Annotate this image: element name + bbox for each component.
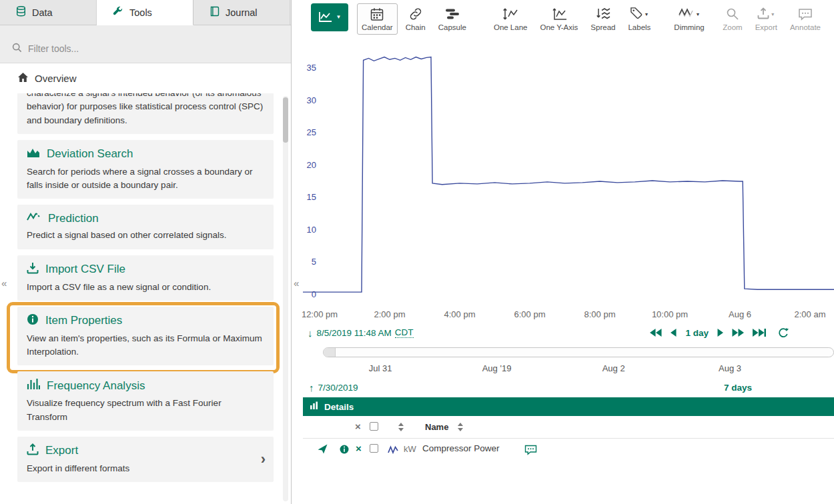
spread-label: Spread — [590, 23, 615, 31]
one-lane-label: One Lane — [494, 23, 528, 31]
scrollbar-thumb[interactable] — [283, 97, 288, 143]
export-label: Export — [755, 23, 777, 31]
frequency-analysis-icon — [27, 378, 40, 393]
filter-tools-input[interactable] — [28, 43, 228, 54]
tab-tools-label: Tools — [129, 7, 152, 18]
sidebar-tabs: Data Tools Journal — [0, 0, 291, 25]
display-range-start[interactable]: 8/5/2019 11:48 AM — [317, 328, 392, 338]
dimming-label: Dimming — [674, 23, 704, 31]
x-axis-tick: 6:00 pm — [514, 309, 546, 319]
collapse-left-panel-icon[interactable]: « — [1, 277, 7, 289]
tab-data[interactable]: Data — [0, 0, 97, 25]
skip-to-end-button[interactable] — [753, 329, 766, 337]
tool-card-import-csv[interactable]: Import CSV File Import a CSV file as a n… — [17, 255, 274, 301]
export-tool-icon — [27, 443, 39, 459]
fast-backward-button[interactable] — [650, 329, 662, 337]
range-scrollbar-handle[interactable] — [324, 348, 336, 357]
overview-link[interactable]: Overview — [0, 63, 291, 93]
chevron-down-icon: ▼ — [336, 15, 342, 20]
trend-toolbar: ▼ Calendar Chain Capsule One Lane One Y-… — [303, 0, 834, 38]
display-range-row: ↓ 8/5/2019 11:48 AM CDT 1 day — [303, 323, 834, 343]
chevron-right-icon: › — [261, 452, 266, 467]
home-icon — [17, 72, 29, 85]
y-axis-tick: 30 — [307, 95, 316, 105]
tool-card-item-properties[interactable]: Item Properties View an item's propertie… — [17, 307, 274, 366]
details-table-header: × Name — [303, 416, 834, 439]
labels-button[interactable]: ▼ Labels — [623, 3, 655, 35]
remove-all-icon[interactable]: × — [355, 421, 361, 431]
tool-description: characterize a signal's intended behavio… — [27, 93, 264, 127]
timezone-link[interactable]: CDT — [395, 327, 414, 338]
one-lane-button[interactable]: One Lane — [489, 3, 532, 35]
spread-button[interactable]: Spread — [586, 3, 620, 35]
tool-card-deviation-search[interactable]: Deviation Search Search for periods wher… — [17, 140, 274, 199]
trend-panel: ▼ Calendar Chain Capsule One Lane One Y-… — [303, 0, 834, 504]
sort-icon[interactable] — [398, 423, 404, 433]
filter-row — [0, 25, 291, 63]
one-y-axis-button[interactable]: One Y-Axis — [535, 3, 582, 35]
tool-card-frequency-analysis[interactable]: Frequency Analysis Visualize frequency s… — [17, 371, 274, 431]
refresh-icon[interactable] — [778, 328, 789, 338]
trend-arrow-icon[interactable] — [318, 444, 328, 456]
chain-button[interactable]: Chain — [401, 3, 430, 35]
tab-tools[interactable]: Tools — [97, 0, 193, 25]
sort-icon[interactable] — [458, 423, 463, 433]
signal-line-chart[interactable]: 05101520253035 — [303, 38, 834, 307]
item-properties-icon — [27, 313, 39, 329]
export-button[interactable]: ▼ Export — [751, 3, 782, 35]
annotation-bubble-icon[interactable] — [524, 445, 537, 457]
chevron-down-icon: ▼ — [696, 12, 701, 17]
tool-card-boundaries[interactable]: characterize a signal's intended behavio… — [17, 93, 274, 134]
name-column-header[interactable]: Name — [425, 422, 448, 432]
tab-journal[interactable]: Journal — [193, 0, 290, 25]
step-backward-button[interactable] — [671, 329, 677, 337]
step-size-label[interactable]: 1 day — [685, 328, 709, 338]
range-scrollbar-row — [303, 343, 834, 361]
calendar-button[interactable]: Calendar — [357, 3, 398, 35]
remove-item-icon[interactable]: × — [356, 443, 362, 453]
signal-name[interactable]: Compressor Power — [422, 443, 500, 453]
fast-forward-button[interactable] — [732, 329, 744, 337]
one-y-axis-label: One Y-Axis — [540, 23, 578, 31]
one-y-axis-icon — [551, 7, 567, 21]
x-axis-tick: 8:00 pm — [584, 309, 616, 319]
tool-list-scrollbar[interactable] — [283, 96, 288, 501]
info-icon[interactable] — [340, 445, 349, 456]
x-axis-tick: 12:00 pm — [302, 309, 338, 319]
tool-name: Deviation Search — [47, 147, 133, 161]
range-scrollbar[interactable] — [323, 347, 834, 357]
annotate-icon — [798, 7, 813, 21]
capsule-icon — [445, 7, 460, 21]
tool-name: Import CSV File — [45, 263, 125, 276]
tool-description: Export in different formats — [27, 462, 264, 475]
spread-icon — [596, 7, 610, 21]
signal-line — [303, 57, 834, 293]
details-panel-empty-area — [303, 460, 834, 504]
x-axis-tick: 2:00 am — [795, 309, 826, 319]
arrow-up-icon: ↑ — [309, 382, 314, 393]
trend-view-button[interactable]: ▼ — [311, 3, 348, 31]
dimming-button[interactable]: ▼ Dimming — [669, 3, 709, 35]
trend-chart-icon — [318, 11, 333, 25]
tool-card-export[interactable]: Export Export in different formats › — [17, 437, 274, 482]
annotate-button[interactable]: Annotate — [785, 3, 825, 35]
y-axis-tick: 0 — [312, 289, 316, 299]
select-all-checkbox[interactable] — [370, 422, 378, 431]
collapse-sidebar-icon[interactable]: « — [294, 277, 299, 289]
y-axis-tick: 10 — [307, 225, 316, 235]
zoom-label: Zoom — [723, 23, 742, 31]
step-forward-button[interactable] — [717, 329, 723, 337]
details-row-compressor-power[interactable]: × kW Compressor Power — [303, 439, 834, 460]
zoom-button[interactable]: Zoom — [718, 3, 747, 35]
x-axis-tick: 10:00 pm — [652, 309, 688, 319]
capsule-button[interactable]: Capsule — [434, 3, 471, 35]
row-checkbox[interactable] — [370, 444, 378, 453]
annotate-label: Annotate — [790, 23, 821, 31]
trend-chart[interactable]: 05101520253035 — [303, 38, 834, 307]
tool-description: Import a CSV file as a new signal or con… — [27, 281, 264, 294]
playback-controls: 1 day — [650, 323, 789, 343]
investigate-range-start[interactable]: 7/30/2019 — [318, 383, 358, 393]
investigate-range-duration[interactable]: 7 days — [724, 383, 752, 393]
tool-list: characterize a signal's intended behavio… — [0, 93, 291, 504]
tool-card-prediction[interactable]: Prediction Predict a signal based on oth… — [17, 205, 274, 249]
